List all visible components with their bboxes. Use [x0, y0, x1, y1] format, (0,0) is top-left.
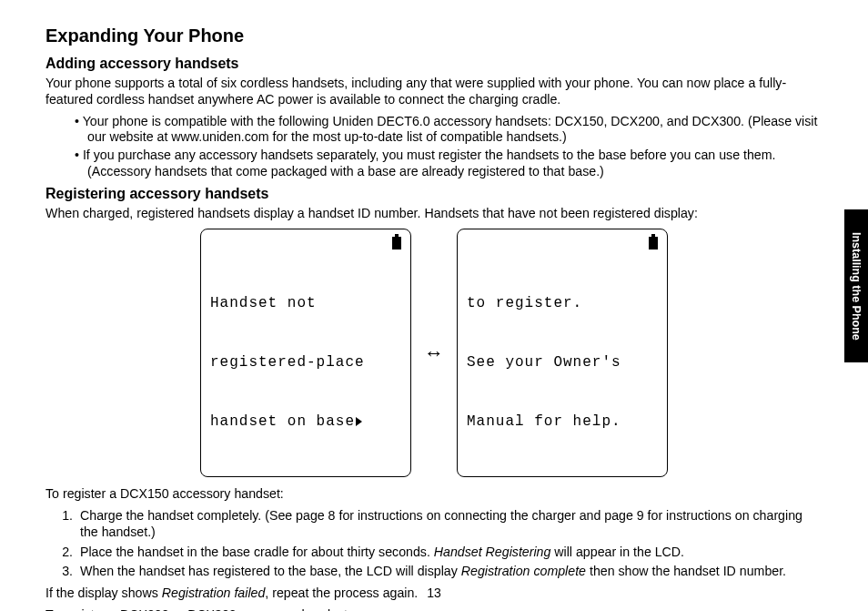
lcd-line: to register.: [467, 294, 658, 314]
lcd-line: Handset not: [210, 294, 401, 314]
step-item: Charge the handset completely. (See page…: [76, 508, 823, 541]
bullet-list: Your phone is compatible with the follow…: [45, 114, 823, 180]
section-heading-adding: Adding accessory handsets: [45, 56, 823, 72]
paragraph: Your phone supports a total of six cordl…: [45, 76, 823, 108]
lcd-line: See your Owner's: [467, 353, 658, 373]
page-title: Expanding Your Phone: [45, 25, 823, 46]
lcd-screen-right: to register. See your Owner's Manual for…: [457, 229, 668, 477]
section-tab: Installing the Phone: [844, 209, 868, 362]
battery-icon: [649, 237, 658, 249]
manual-page: Expanding Your Phone Adding accessory ha…: [0, 0, 868, 611]
double-arrow-icon: ↔: [424, 341, 444, 365]
step-item: Place the handset in the base cradle for…: [76, 545, 823, 561]
lcd-line: handset on base: [210, 412, 401, 433]
paragraph: To register a DCX200 or DCX300 accessory…: [45, 607, 823, 611]
lcd-display-row: Handset not registered-place handset on …: [45, 229, 823, 477]
list-item: If you purchase any accessory handsets s…: [75, 148, 823, 180]
lcd-line: Manual for help.: [467, 412, 658, 433]
lcd-line: registered-place: [210, 353, 401, 373]
page-number: 13: [0, 586, 868, 600]
step-item: When the handset has registered to the b…: [76, 564, 823, 580]
battery-icon: [392, 237, 401, 249]
paragraph: To register a DCX150 accessory handset:: [45, 486, 823, 503]
section-heading-registering: Registering accessory handsets: [45, 186, 823, 202]
ordered-list-dcx150: Charge the handset completely. (See page…: [45, 508, 823, 580]
paragraph: When charged, registered handsets displa…: [45, 206, 823, 222]
arrow-right-icon: [356, 417, 362, 426]
lcd-screen-left: Handset not registered-place handset on …: [200, 229, 411, 477]
list-item: Your phone is compatible with the follow…: [75, 114, 823, 147]
